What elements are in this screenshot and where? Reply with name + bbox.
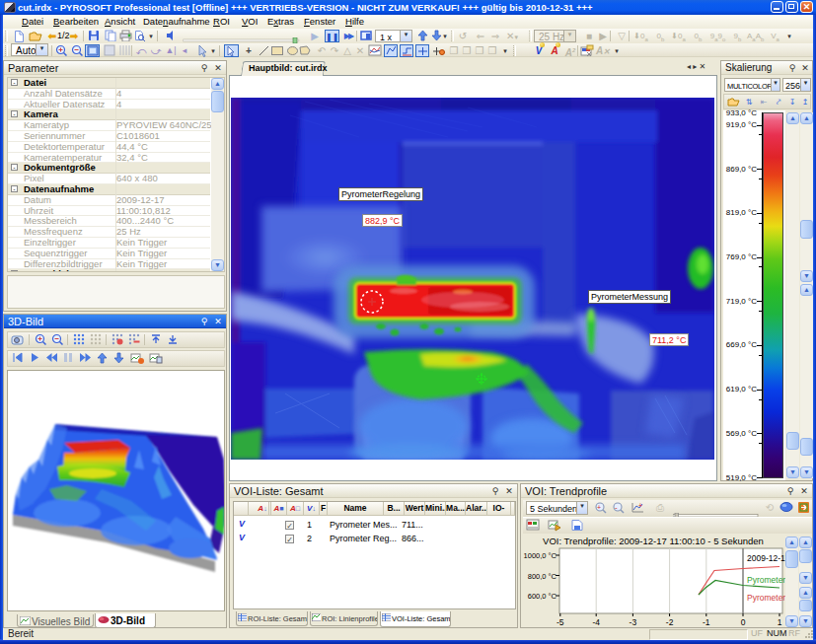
svg-text:-1: -1 xyxy=(703,617,710,627)
svg-text:-4: -4 xyxy=(592,617,600,627)
svg-text:600,0 °C: 600,0 °C xyxy=(528,592,557,601)
svg-text:-5: -5 xyxy=(556,617,564,627)
svg-text:Pyrometer M: Pyrometer M xyxy=(747,575,785,585)
svg-text:1: 1 xyxy=(778,617,782,627)
svg-text:-3: -3 xyxy=(630,617,637,627)
svg-text:+: + xyxy=(597,504,601,511)
svg-text:-: - xyxy=(615,503,618,512)
svg-text:Pyrometer R: Pyrometer R xyxy=(747,593,785,603)
svg-text:0: 0 xyxy=(741,617,746,627)
svg-text:-2: -2 xyxy=(666,617,674,627)
svg-text:2009-12-17: 2009-12-17 xyxy=(747,553,785,563)
svg-text:1000,0 °C: 1000,0 °C xyxy=(524,551,557,560)
svg-text:800,0 °C: 800,0 °C xyxy=(528,572,557,581)
svg-text:+: + xyxy=(638,502,642,509)
